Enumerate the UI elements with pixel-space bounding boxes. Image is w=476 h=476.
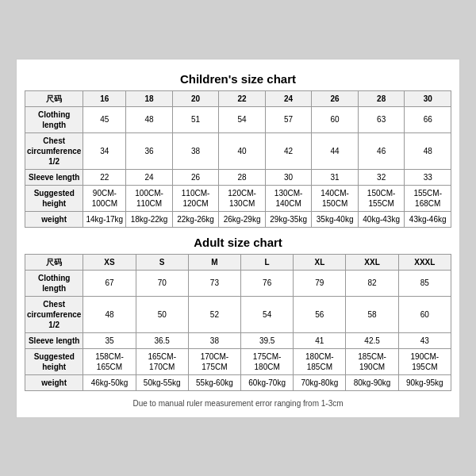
children-cell-1-1: 36	[126, 132, 173, 169]
adult-row-label-1: Chest circumference 1/2	[25, 296, 83, 332]
table-row: Chest circumference 1/23436384042444648	[25, 132, 451, 169]
adult-chart-table: 尺码 XS S M L XL XXL XXXL Clothing length6…	[25, 254, 451, 391]
table-row: Chest circumference 1/248505254565860	[25, 296, 451, 332]
children-cell-0-0: 45	[83, 106, 126, 132]
adult-cell-3-5: 185CM-190CM	[346, 348, 398, 374]
adult-cell-1-6: 60	[398, 296, 451, 332]
adult-cell-0-6: 85	[398, 270, 451, 296]
children-cell-0-1: 48	[126, 106, 173, 132]
children-cell-2-7: 33	[405, 169, 451, 185]
footer-note: Due to manual ruler measurement error ra…	[25, 399, 451, 408]
adult-col-header-7: XXXL	[398, 254, 451, 270]
table-row: Clothing length4548515457606366	[25, 106, 451, 132]
adult-section: Adult size chart 尺码 XS S M L XL XXL XXXL…	[25, 236, 451, 391]
children-cell-3-0: 90CM-100CM	[83, 185, 126, 211]
children-cell-3-3: 120CM-130CM	[219, 185, 266, 211]
children-cell-0-2: 51	[172, 106, 219, 132]
children-section: Children's size chart 尺码 16 18 20 22 24 …	[25, 72, 451, 228]
table-row: Suggested height158CM-165CM165CM-170CM17…	[25, 348, 451, 374]
children-chart-table: 尺码 16 18 20 22 24 26 28 30 Clothing leng…	[25, 90, 451, 228]
adult-cell-0-1: 70	[136, 270, 188, 296]
children-col-header-3: 20	[172, 90, 219, 106]
adult-col-header-0: 尺码	[25, 254, 83, 270]
children-row-label-3: Suggested height	[25, 185, 83, 211]
adult-cell-1-2: 52	[188, 296, 240, 332]
table-row: weight14kg-17kg18kg-22kg22kg-26kg26kg-29…	[25, 211, 451, 227]
adult-cell-2-1: 36.5	[136, 332, 188, 348]
children-chart-title: Children's size chart	[25, 72, 451, 86]
children-col-header-6: 26	[312, 90, 359, 106]
adult-cell-1-3: 54	[241, 296, 294, 332]
children-cell-2-6: 32	[358, 169, 405, 185]
adult-cell-2-4: 41	[294, 332, 346, 348]
children-col-header-8: 30	[405, 90, 451, 106]
adult-chart-title: Adult size chart	[25, 236, 451, 249]
children-cell-4-2: 22kg-26kg	[172, 211, 219, 227]
children-cell-4-3: 26kg-29kg	[219, 211, 266, 227]
adult-col-header-3: M	[188, 254, 240, 270]
adult-cell-0-5: 82	[346, 270, 398, 296]
adult-cell-2-6: 43	[398, 332, 451, 348]
adult-col-header-4: L	[241, 254, 294, 270]
table-row: Clothing length67707376798285	[25, 270, 451, 296]
children-cell-4-7: 43kg-46kg	[405, 211, 451, 227]
children-cell-0-4: 57	[265, 106, 312, 132]
children-cell-1-0: 34	[83, 132, 126, 169]
adult-cell-4-4: 70kg-80kg	[294, 374, 346, 390]
children-col-header-4: 22	[219, 90, 266, 106]
adult-cell-4-0: 46kg-50kg	[83, 374, 136, 390]
table-row: Sleeve length2224262830313233	[25, 169, 451, 185]
adult-col-header-5: XL	[294, 254, 346, 270]
children-cell-2-5: 31	[312, 169, 359, 185]
children-cell-2-0: 22	[83, 169, 126, 185]
children-col-header-2: 18	[126, 90, 173, 106]
children-cell-4-1: 18kg-22kg	[126, 211, 173, 227]
adult-cell-1-1: 50	[136, 296, 188, 332]
adult-cell-2-0: 35	[83, 332, 136, 348]
adult-cell-3-1: 165CM-170CM	[136, 348, 188, 374]
adult-row-label-3: Suggested height	[25, 348, 83, 374]
adult-cell-2-5: 42.5	[346, 332, 398, 348]
children-cell-3-4: 130CM-140CM	[265, 185, 312, 211]
adult-col-header-2: S	[136, 254, 188, 270]
adult-cell-3-2: 170CM-175CM	[188, 348, 240, 374]
children-row-label-0: Clothing length	[25, 106, 83, 132]
children-cell-1-6: 46	[358, 132, 405, 169]
table-row: Sleeve length3536.53839.54142.543	[25, 332, 451, 348]
children-cell-4-4: 29kg-35kg	[265, 211, 312, 227]
adult-cell-4-1: 50kg-55kg	[136, 374, 188, 390]
size-chart-card: Children's size chart 尺码 16 18 20 22 24 …	[16, 59, 460, 418]
children-cell-1-3: 40	[219, 132, 266, 169]
children-col-header-5: 24	[265, 90, 312, 106]
children-cell-2-1: 24	[126, 169, 173, 185]
children-cell-0-6: 63	[358, 106, 405, 132]
adult-cell-3-6: 190CM-195CM	[398, 348, 451, 374]
children-cell-1-4: 42	[265, 132, 312, 169]
adult-cell-4-3: 60kg-70kg	[241, 374, 294, 390]
children-col-header-7: 28	[358, 90, 405, 106]
children-col-header-1: 16	[83, 90, 126, 106]
adult-cell-0-3: 76	[241, 270, 294, 296]
adult-cell-2-3: 39.5	[241, 332, 294, 348]
children-col-header-0: 尺码	[25, 90, 83, 106]
adult-cell-3-4: 180CM-185CM	[294, 348, 346, 374]
table-row: weight46kg-50kg50kg-55kg55kg-60kg60kg-70…	[25, 374, 451, 390]
children-cell-2-2: 26	[172, 169, 219, 185]
adult-cell-1-0: 48	[83, 296, 136, 332]
children-cell-1-7: 48	[405, 132, 451, 169]
adult-header-row: 尺码 XS S M L XL XXL XXXL	[25, 254, 451, 270]
children-cell-2-4: 30	[265, 169, 312, 185]
adult-cell-1-4: 56	[294, 296, 346, 332]
adult-cell-0-0: 67	[83, 270, 136, 296]
children-cell-3-5: 140CM-150CM	[312, 185, 359, 211]
children-cell-1-2: 38	[172, 132, 219, 169]
children-cell-3-7: 155CM-168CM	[405, 185, 451, 211]
adult-col-header-1: XS	[83, 254, 136, 270]
children-row-label-4: weight	[25, 211, 83, 227]
adult-cell-2-2: 38	[188, 332, 240, 348]
adult-cell-3-0: 158CM-165CM	[83, 348, 136, 374]
children-cell-1-5: 44	[312, 132, 359, 169]
adult-row-label-0: Clothing length	[25, 270, 83, 296]
children-row-label-1: Chest circumference 1/2	[25, 132, 83, 169]
children-cell-0-7: 66	[405, 106, 451, 132]
